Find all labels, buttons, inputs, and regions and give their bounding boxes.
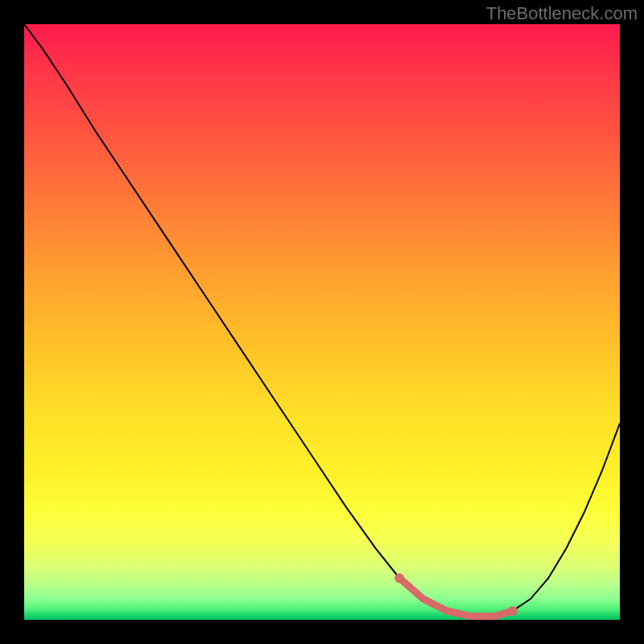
bottleneck-curve (24, 24, 620, 620)
attribution-text: TheBottleneck.com (486, 3, 638, 24)
optimal-region-highlight (399, 578, 513, 616)
chart-container: TheBottleneck.com (0, 0, 644, 644)
highlight-endpoint-left (394, 573, 404, 583)
curve-line (24, 24, 620, 617)
highlight-endpoint-right (508, 606, 518, 616)
plot-area (24, 24, 620, 620)
